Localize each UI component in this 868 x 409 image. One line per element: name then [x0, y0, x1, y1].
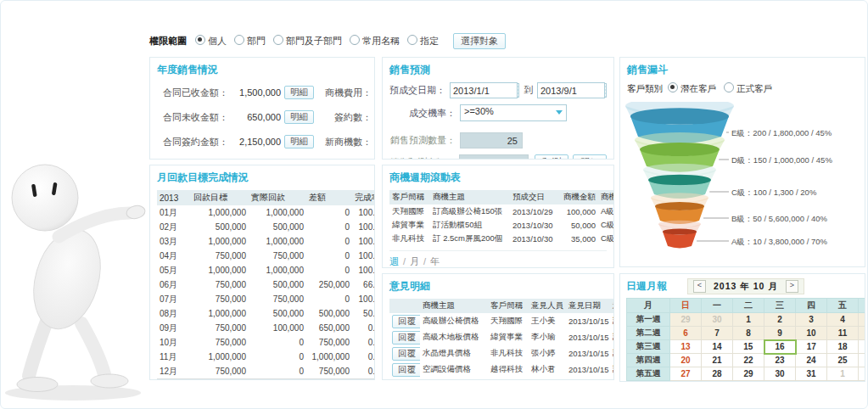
calendar-day[interactable]: 1 — [733, 313, 764, 327]
table-cell: 750,000 — [191, 249, 249, 263]
table-cell: 王小美 — [529, 313, 566, 329]
reply-button[interactable]: 回覆 — [392, 331, 420, 345]
calendar-day[interactable]: 22 — [733, 354, 764, 367]
calendar-day[interactable]: 8 — [733, 327, 764, 340]
detail-button[interactable]: 明細 — [284, 86, 314, 99]
calendar-day[interactable]: 9 — [764, 327, 796, 340]
calendar-picker-icon[interactable] — [518, 83, 519, 98]
mascot-head — [12, 165, 78, 231]
date-from-input[interactable] — [450, 82, 518, 98]
predict-button[interactable]: 預測 — [535, 154, 568, 160]
table-cell: 2013/10/15 — [566, 361, 610, 378]
table-cell: 100.00% — [352, 234, 375, 249]
calendar-day[interactable]: 23 — [764, 354, 796, 367]
calendar-day[interactable]: 3 — [796, 313, 827, 327]
calendar-day[interactable]: 20 — [670, 354, 702, 367]
cycle-tab[interactable]: 年 — [430, 256, 440, 266]
table-header-cell: 意見人員 — [529, 299, 566, 313]
table-cell: 請問高 — [610, 329, 614, 345]
calendar-day[interactable]: 29 — [733, 367, 764, 381]
cycle-tab[interactable]: 週 — [389, 256, 399, 266]
metric-label: 商機費用： — [322, 87, 372, 99]
table-cell: 66.67% — [352, 277, 375, 292]
calendar-day[interactable]: 30 — [702, 313, 733, 327]
metric-row: 簽約數：35明細 — [322, 110, 375, 124]
calendar-day[interactable]: 25 — [827, 354, 859, 367]
calendar-day[interactable]: 10 — [796, 327, 827, 340]
table-cell: 0 — [249, 335, 306, 350]
table-cell: 1,000,000 — [191, 263, 249, 277]
detail-button[interactable]: 明細 — [284, 135, 314, 148]
table-cell: 訂活動櫃50組 — [430, 218, 510, 232]
calendar-day[interactable]: 24 — [796, 354, 827, 367]
calendar-day[interactable]: 14 — [702, 340, 733, 354]
calendar-day[interactable]: 6 — [670, 327, 702, 340]
reply-button[interactable]: 回覆 — [392, 315, 420, 328]
calendar-next-button[interactable]: > — [786, 280, 798, 293]
customer-type-option[interactable]: 正式客戶 — [724, 83, 772, 93]
calendar-day[interactable]: 29 — [670, 313, 702, 327]
calendar-day[interactable]: 18 — [827, 340, 859, 354]
permission-bar: 權限範圍 個人部門部門及子部門常用名稱指定 選擇對象 — [149, 33, 506, 49]
calendar-day[interactable]: 7 — [702, 327, 733, 340]
cycle-tab[interactable]: 月 — [410, 256, 419, 266]
table-cell: 650,000 — [306, 321, 352, 335]
calendar-day-header: 一 — [702, 299, 733, 313]
forecast-detail-button[interactable]: 明細 — [573, 154, 607, 160]
calendar-picker-icon[interactable] — [605, 83, 607, 98]
calendar-week-row: 第二週6789101112 — [627, 327, 866, 340]
permission-option-label: 指定 — [420, 36, 439, 46]
panel-report-calendar: 日週月報 < 2013 年 10 月 > 月日一二三四五六第一週29301234… — [619, 273, 865, 382]
calendar-day[interactable]: 30 — [764, 367, 796, 381]
calendar-day[interactable]: 31 — [796, 367, 827, 381]
permission-option[interactable]: 常用名稱 — [350, 36, 400, 46]
table-header-row: 商機主題客戶簡稱意見人員意見日期意見內 — [389, 299, 614, 313]
calendar-day[interactable]: 13 — [670, 340, 702, 354]
date-to-input[interactable] — [537, 82, 605, 98]
calendar-prev-button[interactable]: < — [693, 280, 706, 293]
mascot-front-leg — [81, 323, 104, 374]
permission-option[interactable]: 指定 — [407, 36, 439, 46]
funnel-rim-opening — [658, 221, 701, 228]
calendar-day[interactable]: 19 — [859, 340, 866, 354]
calendar-day[interactable]: 2 — [859, 367, 866, 381]
calendar-day[interactable]: 28 — [702, 367, 733, 381]
calendar-day[interactable]: 26 — [859, 354, 866, 367]
calendar-day[interactable]: 21 — [702, 354, 733, 367]
calendar-day[interactable]: 2 — [764, 313, 796, 327]
panel-annual-sales: 年度銷售情況 合同已收金額：1,500,000明細合同未收金額：650,000明… — [149, 57, 375, 160]
reply-button[interactable]: 回覆 — [392, 347, 420, 361]
annual-sales-right-column: 商機費用：205,000明細簽約數：35明細新商機數：18明細 — [322, 86, 375, 160]
table-row: 09月750,000100,000650,0000.00% — [157, 321, 375, 335]
calendar-day[interactable]: 5 — [859, 313, 866, 327]
permission-option[interactable]: 個人 — [195, 36, 227, 46]
calendar-day-selected[interactable]: 16 — [764, 340, 796, 354]
probability-select[interactable]: >=30% — [460, 104, 567, 121]
table-cell: 1,000,000 — [249, 263, 306, 277]
calendar-day[interactable]: 4 — [827, 313, 859, 327]
calendar-day-header: 六 — [859, 299, 866, 313]
table-cell: 6,100,000 — [249, 379, 306, 381]
calendar-day[interactable]: 1 — [827, 367, 859, 381]
calendar-month-title: 2013 年 10 月 — [714, 281, 778, 293]
table-cell: 500,000 — [191, 220, 249, 234]
calendar-day[interactable]: 12 — [859, 327, 866, 340]
calendar-day[interactable]: 27 — [670, 367, 702, 381]
permission-option[interactable]: 部門 — [234, 36, 266, 46]
detail-button[interactable]: 明細 — [284, 110, 314, 124]
calendar-day[interactable]: 17 — [796, 340, 827, 354]
table-cell: 緯貿事業 — [389, 218, 430, 232]
permission-option[interactable]: 部門及子部門 — [273, 36, 342, 46]
reply-button[interactable]: 回覆 — [392, 363, 420, 377]
calendar-day[interactable]: 11 — [827, 327, 859, 340]
table-cell: 0.00% — [352, 350, 375, 364]
customer-type-option[interactable]: 潛在客戶 — [668, 83, 716, 93]
table-cell: 訂高級辦公椅150張 — [430, 204, 510, 218]
forecast-date-label: 預成交日期： — [389, 84, 445, 97]
table-cell: 3,900,000 — [306, 379, 352, 381]
table-header-cell: 客戶簡稱 — [389, 190, 430, 204]
table-row: 緯貿事業訂活動櫃50組2013/10/3050,000C級 — [389, 218, 614, 232]
calendar-day[interactable]: 15 — [733, 340, 764, 354]
select-target-button[interactable]: 選擇對象 — [453, 33, 506, 49]
radio-icon — [668, 82, 678, 92]
